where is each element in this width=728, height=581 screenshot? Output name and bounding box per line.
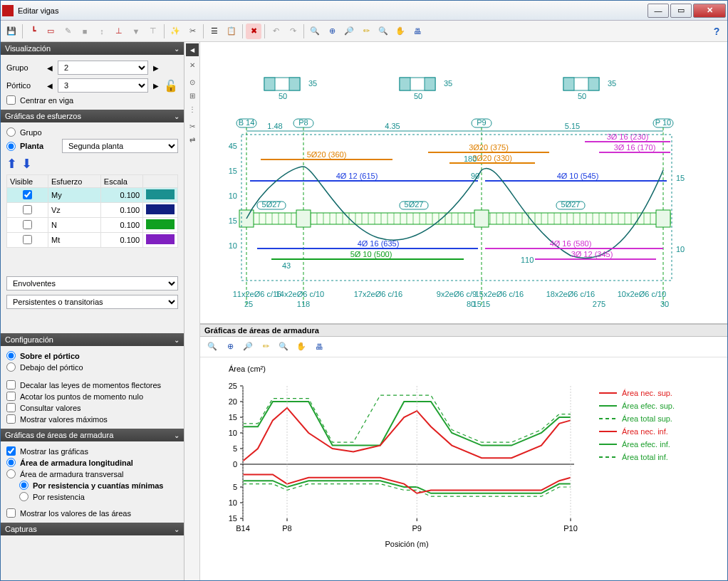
close-button[interactable]: ✕ (693, 4, 726, 18)
tool-edit-icon[interactable]: ✎ (60, 23, 76, 39)
tool-delete-icon[interactable]: ✖ (246, 23, 261, 39)
panel-header-capturas[interactable]: Capturas⌄ (1, 523, 184, 535)
table-row[interactable]: Mt 0.100 (7, 233, 178, 248)
area-long-radio[interactable] (6, 458, 16, 467)
vt-link-icon[interactable]: ⇄ (186, 133, 199, 146)
tool-rect-icon[interactable]: ▭ (43, 23, 58, 39)
grupo-select[interactable]: 2 (58, 61, 148, 75)
visible-checkbox[interactable] (23, 220, 32, 229)
grupo-next-button[interactable]: ▶ (151, 61, 161, 74)
zoom-window-icon[interactable]: 🔍 (307, 23, 323, 39)
tool-section-icon[interactable]: ⊤ (145, 23, 161, 39)
chart-zoom-out-icon[interactable]: 🔍 (276, 339, 291, 355)
planta-select[interactable]: Segunda planta (62, 139, 178, 153)
por-res-min-radio[interactable] (19, 481, 28, 490)
tool-markers-icon[interactable]: ↕ (94, 23, 110, 39)
svg-text:15: 15 (676, 174, 685, 182)
svg-text:25: 25 (229, 382, 237, 390)
planta-radio[interactable] (6, 142, 16, 151)
envolventes-select[interactable]: Envolventes (6, 276, 178, 290)
area-chart[interactable]: Área (cm²)051015202551015B14P8P9P10Posic… (200, 357, 727, 580)
svg-text:P9: P9 (412, 524, 422, 533)
move-down-icon[interactable]: ⬇ (21, 156, 32, 172)
chart-zoom-icon[interactable]: 🔎 (240, 339, 256, 355)
minimize-button[interactable]: — (648, 4, 669, 18)
redo-icon[interactable]: ↷ (285, 23, 301, 39)
tool-cut-icon[interactable]: ✂ (184, 23, 200, 39)
panel-header-esfuerzos[interactable]: Gráficas de esfuerzos⌄ (1, 110, 184, 122)
app-icon (2, 5, 14, 16)
table-row[interactable]: My 0.100 (7, 188, 178, 203)
panel-header-visualizacion[interactable]: Visualización⌄ (1, 42, 184, 55)
persistentes-select[interactable]: Persistentes o transitorias (6, 295, 178, 309)
vt-grid-icon[interactable]: ⊞ (186, 89, 199, 102)
svg-text:P8: P8 (298, 118, 308, 127)
chart-pan-icon[interactable]: ✋ (293, 339, 309, 355)
chart-zoom-select-icon[interactable]: ✏ (258, 339, 274, 355)
tool-wand-icon[interactable]: ✨ (167, 23, 183, 39)
centrar-checkbox[interactable] (6, 95, 16, 105)
tool-fill-icon[interactable]: ■ (77, 23, 93, 39)
visible-checkbox[interactable] (23, 235, 32, 244)
mostrarmax-checkbox[interactable] (6, 414, 16, 424)
portico-prev-button[interactable]: ◀ (45, 79, 55, 92)
chart-zoom-extents-icon[interactable]: ⊕ (222, 339, 238, 355)
app-window: Editar vigas — ▭ ✕ 💾 ┗ ▭ ✎ ■ ↕ ⊥ ▼ ⊤ ✨ ✂… (0, 0, 728, 581)
tool-column-icon[interactable]: ▼ (128, 23, 144, 39)
consultar-checkbox[interactable] (6, 403, 16, 412)
undo-icon[interactable]: ↶ (268, 23, 284, 39)
svg-text:B14: B14 (236, 524, 250, 533)
debajo-radio[interactable] (6, 362, 16, 372)
maximize-button[interactable]: ▭ (670, 4, 692, 18)
tool-support-icon[interactable]: ⊥ (111, 23, 127, 39)
collapse-sidebar-icon[interactable]: ◀ (186, 43, 199, 56)
table-row[interactable]: Vz 0.100 (7, 203, 178, 218)
vt-dots-icon[interactable]: ⋮ (186, 103, 199, 115)
mostrar-vals-checkbox[interactable] (6, 508, 16, 518)
vertical-toolbar: ◀ ✕ ⊙ ⊞ ⋮ ✂ ⇄ (184, 42, 200, 580)
panel-header-configuracion[interactable]: Configuración⌄ (1, 333, 184, 346)
svg-text:Área efec. sup.: Área efec. sup. (622, 402, 675, 410)
chart-print-icon[interactable]: 🖶 (311, 339, 327, 355)
beam-diagram[interactable]: 355035503550B 14P8P9P 101.484.355.153Ø 1… (200, 42, 727, 325)
tool-line-icon[interactable]: ┗ (26, 23, 41, 39)
mostrar-graficas-checkbox[interactable] (6, 446, 16, 456)
table-row[interactable]: N 0.100 (7, 218, 178, 233)
zoom-in-icon[interactable]: 🔎 (341, 23, 357, 39)
lock-icon[interactable]: 🔓 (164, 79, 178, 93)
visible-checkbox[interactable] (23, 190, 32, 199)
grupo-prev-button[interactable]: ◀ (45, 61, 55, 74)
zoom-select-icon[interactable]: ✏ (358, 23, 374, 39)
help-icon[interactable]: ? (709, 23, 724, 39)
color-swatch[interactable] (146, 234, 175, 244)
color-swatch[interactable] (146, 219, 175, 229)
portico-select[interactable]: 3 (58, 78, 148, 93)
tool-list-icon[interactable]: ☰ (207, 23, 222, 39)
decalar-checkbox[interactable] (6, 380, 16, 389)
svg-text:5: 5 (233, 483, 237, 491)
vt-tools-icon[interactable]: ✕ (186, 58, 199, 71)
grupo-radio[interactable] (6, 127, 16, 137)
vt-cut-icon[interactable]: ✂ (186, 120, 199, 132)
svg-text:5Ø27: 5Ø27 (262, 200, 281, 209)
sobre-radio[interactable] (6, 351, 16, 360)
svg-text:5: 5 (233, 444, 237, 453)
zoom-out-icon[interactable]: 🔍 (375, 23, 391, 39)
zoom-extents-icon[interactable]: ⊕ (324, 23, 340, 39)
vt-dot-icon[interactable]: ⊙ (186, 75, 199, 88)
svg-text:5Ø27: 5Ø27 (561, 200, 581, 209)
chart-zoom-window-icon[interactable]: 🔍 (204, 339, 220, 355)
portico-next-button[interactable]: ▶ (151, 79, 161, 92)
area-trans-radio[interactable] (6, 469, 16, 478)
por-res-radio[interactable] (19, 492, 28, 501)
print-icon[interactable]: 🖶 (410, 23, 425, 39)
color-swatch[interactable] (146, 204, 175, 214)
pan-icon[interactable]: ✋ (392, 23, 408, 39)
save-icon[interactable]: 💾 (4, 23, 19, 39)
acotar-checkbox[interactable] (6, 392, 16, 401)
visible-checkbox[interactable] (23, 205, 32, 214)
panel-header-areas[interactable]: Gráficas de áreas de armadura⌄ (1, 429, 184, 441)
tool-report-icon[interactable]: 📋 (224, 23, 239, 39)
move-up-icon[interactable]: ⬆ (6, 156, 17, 172)
color-swatch[interactable] (146, 189, 175, 199)
